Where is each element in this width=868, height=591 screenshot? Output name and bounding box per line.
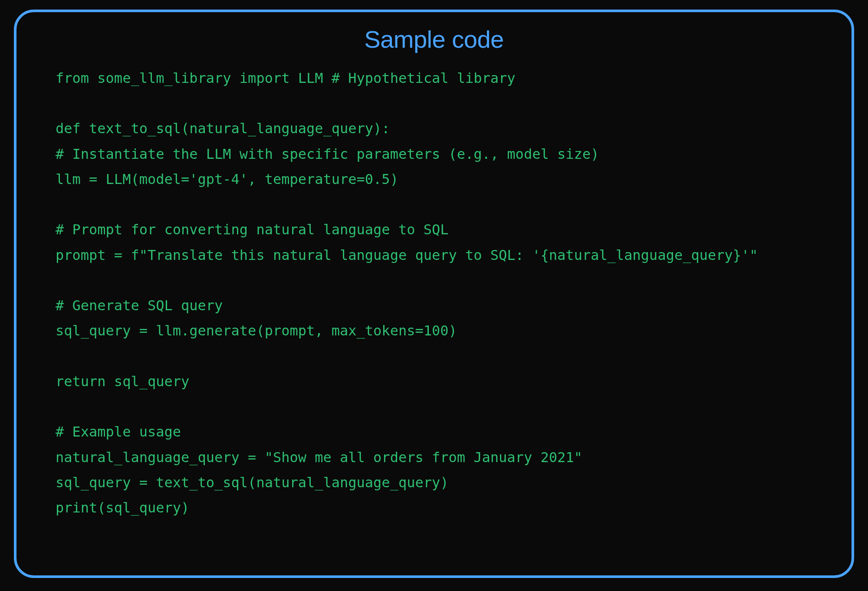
card-title: Sample code (56, 25, 812, 53)
code-card: Sample code from some_llm_library import… (14, 10, 854, 578)
code-block: from some_llm_library import LLM # Hypot… (56, 66, 812, 520)
